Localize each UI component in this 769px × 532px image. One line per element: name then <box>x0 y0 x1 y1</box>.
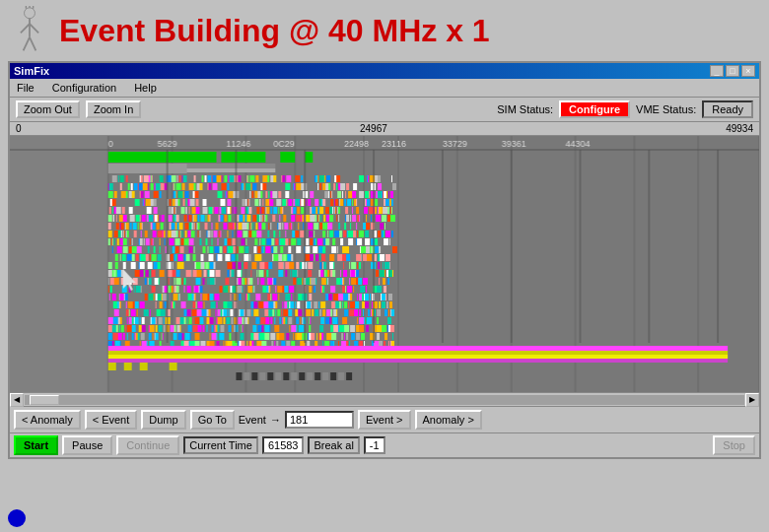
scroll-track[interactable] <box>25 395 744 405</box>
svg-line-2 <box>21 24 30 33</box>
window-titlebar: SimFix _ □ × <box>10 63 759 79</box>
continue-button: Continue <box>116 435 179 455</box>
menubar: File Configuration Help <box>10 79 759 98</box>
scroll-thumb[interactable] <box>30 395 59 405</box>
sim-window: SimFix _ □ × File Configuration Help Zoo… <box>8 61 761 459</box>
event-arrow: → <box>270 414 281 426</box>
visualization-area <box>10 136 759 392</box>
svg-point-0 <box>25 8 35 19</box>
zoom-out-button[interactable]: Zoom Out <box>16 100 80 118</box>
sim-status-button[interactable]: Configure <box>559 100 630 118</box>
zoom-in-button[interactable]: Zoom In <box>86 100 141 118</box>
vme-status-label: VME Status: <box>636 103 696 115</box>
nav-bar: < Anomaly < Event Dump Go To Event → Eve… <box>10 406 759 432</box>
horizontal-scrollbar[interactable]: ◀ ▶ <box>10 392 759 406</box>
maximize-button[interactable]: □ <box>726 65 739 77</box>
svg-line-5 <box>30 37 35 51</box>
event-label: Event <box>239 414 266 426</box>
break-al-label: Break al <box>308 436 359 454</box>
toolbar: Zoom Out Zoom In SIM Status: Configure V… <box>10 98 759 122</box>
viz-canvas <box>10 136 759 392</box>
window-controls: _ □ × <box>710 65 755 77</box>
status-circle <box>8 509 26 527</box>
ruler: 0 24967 49934 <box>10 122 759 136</box>
start-button[interactable]: Start <box>14 435 58 455</box>
logo-icon <box>10 6 49 55</box>
event-input[interactable] <box>285 411 354 429</box>
menu-file[interactable]: File <box>14 81 37 95</box>
status-bar: Start Pause Continue Current Time 61583 … <box>10 432 759 457</box>
sim-status-label: SIM Status: <box>497 103 553 115</box>
event-next-button[interactable]: Event > <box>358 410 411 430</box>
menu-help[interactable]: Help <box>131 81 160 95</box>
scroll-right-arrow[interactable]: ▶ <box>745 393 759 407</box>
ruler-left: 0 <box>16 123 22 134</box>
current-time-value: 61583 <box>262 436 305 454</box>
break-al-value: -1 <box>364 436 385 454</box>
title-area: Event Building @ 40 MHz x 1 <box>0 0 769 61</box>
ruler-mid: 24967 <box>360 123 387 134</box>
close-button[interactable]: × <box>741 65 755 77</box>
ruler-right: 49934 <box>726 123 753 134</box>
pause-button[interactable]: Pause <box>62 435 112 455</box>
svg-line-4 <box>24 37 30 51</box>
window-title: SimFix <box>14 65 49 77</box>
anomaly-next-button[interactable]: Anomaly > <box>415 410 482 430</box>
minimize-button[interactable]: _ <box>710 65 724 77</box>
dump-button[interactable]: Dump <box>141 410 185 430</box>
svg-line-3 <box>30 24 38 33</box>
goto-button[interactable]: Go To <box>190 410 235 430</box>
toolbar-status: SIM Status: Configure VME Status: Ready <box>497 100 753 118</box>
page-title: Event Building @ 40 MHz x 1 <box>59 13 490 49</box>
scroll-left-arrow[interactable]: ◀ <box>10 393 24 407</box>
menu-configuration[interactable]: Configuration <box>49 81 119 95</box>
vme-status-value: Ready <box>702 100 753 118</box>
anomaly-prev-button[interactable]: < Anomaly <box>14 410 81 430</box>
event-prev-button[interactable]: < Event <box>85 410 138 430</box>
stop-button: Stop <box>713 435 755 455</box>
current-time-label: Current Time <box>183 436 258 454</box>
